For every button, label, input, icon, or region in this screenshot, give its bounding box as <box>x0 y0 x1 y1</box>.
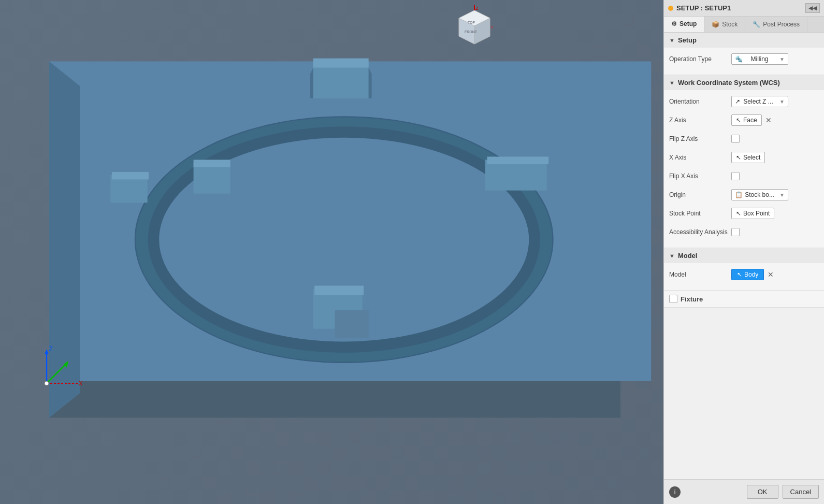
svg-text:Z: Z <box>475 6 479 11</box>
model-control: ↖ Body ✕ <box>731 269 819 280</box>
orientation-label: Orientation <box>669 98 731 105</box>
svg-point-26 <box>45 381 49 385</box>
orientation-cube[interactable]: Z TOP FRONT X <box>451 5 498 52</box>
origin-arrow-icon: ▼ <box>779 192 785 198</box>
x-axis-cursor-icon: ↖ <box>736 154 741 161</box>
origin-dropdown[interactable]: 📋 Stock bo... ▼ <box>731 189 788 200</box>
z-axis-select-button[interactable]: ↖ Face <box>731 114 762 126</box>
flip-z-row: Flip Z Axis <box>669 132 819 146</box>
model-section-title: Model <box>678 252 698 260</box>
panel-spacer <box>664 308 824 479</box>
setup-section-arrow: ▼ <box>669 37 675 44</box>
model-section-header[interactable]: ▼ Model <box>664 248 824 263</box>
orientation-arrow-icon: ▼ <box>779 99 785 105</box>
setup-section-content: Operation Type 🔩 Milling ▼ <box>664 48 824 75</box>
accessibility-label: Accessibility Analysis <box>669 228 731 236</box>
svg-marker-23 <box>64 361 68 368</box>
svg-text:FRONT: FRONT <box>465 30 478 34</box>
model-clear-button[interactable]: ✕ <box>766 270 775 279</box>
x-axis-select-button[interactable]: ↖ Select <box>731 152 765 163</box>
operation-type-value: Milling <box>751 55 769 63</box>
bottom-bar: i OK Cancel <box>664 479 824 504</box>
flip-x-checkbox[interactable] <box>731 172 740 180</box>
cancel-button[interactable]: Cancel <box>783 485 819 499</box>
stock-point-value: Box Point <box>743 210 770 217</box>
model-row: Model ↖ Body ✕ <box>669 267 819 282</box>
stock-point-label: Stock Point <box>669 210 731 217</box>
svg-rect-14 <box>485 160 547 190</box>
wcs-section-content: Orientation ↗ Select Z ... ▼ Z Axis ↖ Fa… <box>664 90 824 248</box>
wcs-section-header[interactable]: ▼ Work Coordinate System (WCS) <box>664 75 824 90</box>
model-value: Body <box>744 271 758 278</box>
svg-rect-12 <box>194 163 230 193</box>
x-axis-row: X Axis ↖ Select <box>669 150 819 165</box>
svg-rect-17 <box>314 286 364 295</box>
origin-icon: 📋 <box>735 191 743 198</box>
tab-bar: ⚙ Setup 📦 Stock 🔧 Post Process <box>664 17 824 33</box>
tab-stock[interactable]: 📦 Stock <box>704 17 745 32</box>
model-section-arrow: ▼ <box>669 253 675 259</box>
stock-point-row: Stock Point ↖ Box Point <box>669 206 819 221</box>
model-section-content: Model ↖ Body ✕ <box>664 263 824 290</box>
info-icon: i <box>674 488 676 496</box>
svg-text:TOP: TOP <box>468 21 475 24</box>
panel-title: SETUP : SETUP1 <box>676 4 731 12</box>
ok-button[interactable]: OK <box>747 485 778 499</box>
status-indicator <box>668 6 673 11</box>
setup-section-title: Setup <box>678 36 697 44</box>
panel-collapse-button[interactable]: ◀◀ <box>805 3 820 13</box>
fixture-label: Fixture <box>681 295 703 303</box>
panel-header-right: ◀◀ <box>805 3 820 13</box>
z-axis-clear-button[interactable]: ✕ <box>764 116 773 124</box>
x-axis-control: ↖ Select <box>731 152 819 163</box>
svg-rect-7 <box>313 59 369 68</box>
axis-indicator: Z X <box>31 342 83 400</box>
z-axis-row: Z Axis ↖ Face ✕ <box>669 113 819 127</box>
panel-header-left: SETUP : SETUP1 <box>668 4 731 12</box>
operation-type-icon: 🔩 <box>735 55 743 63</box>
orientation-value: Select Z ... <box>743 98 773 105</box>
post-process-tab-label: Post Process <box>763 21 800 28</box>
3d-viewport-background: Z X <box>0 0 663 504</box>
tab-setup[interactable]: ⚙ Setup <box>664 17 704 32</box>
stock-point-select-button[interactable]: ↖ Box Point <box>731 208 774 219</box>
operation-type-dropdown[interactable]: 🔩 Milling ▼ <box>731 53 788 65</box>
fixture-row: Fixture <box>664 291 824 308</box>
orientation-dropdown[interactable]: ↗ Select Z ... ▼ <box>731 96 788 107</box>
accessibility-checkbox[interactable] <box>731 228 740 236</box>
fixture-checkbox[interactable] <box>669 295 677 303</box>
svg-text:Z: Z <box>49 345 53 353</box>
setup-section: ▼ Setup Operation Type 🔩 Milling ▼ <box>664 33 824 75</box>
svg-rect-15 <box>487 156 549 164</box>
stock-tab-icon: 📦 <box>712 21 719 28</box>
setup-tab-label: Setup <box>680 20 697 27</box>
svg-rect-11 <box>112 172 149 179</box>
operation-type-row: Operation Type 🔩 Milling ▼ <box>669 52 819 66</box>
wcs-section-title: Work Coordinate System (WCS) <box>678 79 780 87</box>
post-process-tab-icon: 🔧 <box>753 21 760 28</box>
z-axis-cursor-icon: ↖ <box>736 117 741 124</box>
orientation-row: Orientation ↗ Select Z ... ▼ <box>669 94 819 109</box>
flip-x-row: Flip X Axis <box>669 169 819 183</box>
x-axis-label: X Axis <box>669 154 731 161</box>
orientation-control: ↗ Select Z ... ▼ <box>731 96 819 107</box>
setup-tab-icon: ⚙ <box>671 20 677 27</box>
info-button[interactable]: i <box>669 486 681 498</box>
origin-label: Origin <box>669 191 731 198</box>
origin-row: Origin 📋 Stock bo... ▼ <box>669 188 819 202</box>
svg-text:X: X <box>79 380 83 386</box>
z-axis-control: ↖ Face ✕ <box>731 114 819 126</box>
model-label: Model <box>669 271 731 278</box>
model-cursor-icon: ↖ <box>737 271 742 278</box>
orientation-icon: ↗ <box>735 98 740 105</box>
flip-z-checkbox[interactable] <box>731 135 740 143</box>
flip-x-control <box>731 172 819 180</box>
operation-type-control: 🔩 Milling ▼ <box>731 53 819 65</box>
flip-z-label: Flip Z Axis <box>669 135 731 142</box>
tab-post-process[interactable]: 🔧 Post Process <box>745 17 807 32</box>
svg-text:X: X <box>490 25 494 30</box>
flip-z-control <box>731 135 819 143</box>
setup-section-header[interactable]: ▼ Setup <box>664 33 824 48</box>
model-body-button[interactable]: ↖ Body <box>731 269 764 280</box>
wcs-section: ▼ Work Coordinate System (WCS) Orientati… <box>664 75 824 248</box>
